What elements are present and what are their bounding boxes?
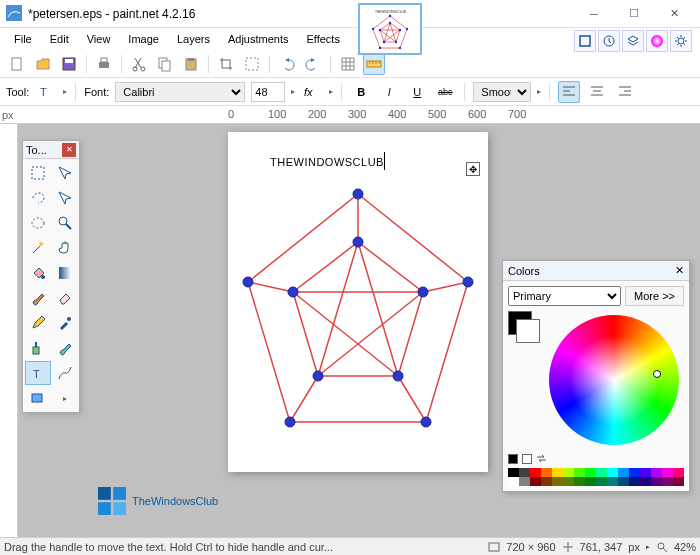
print-button[interactable] (93, 53, 115, 75)
palette-cell[interactable] (541, 477, 552, 486)
canvas[interactable]: THEWINDOWSCLUB ✥ (228, 132, 488, 472)
pan-tool[interactable] (52, 236, 78, 260)
italic-button[interactable]: I (378, 81, 400, 103)
status-zoom[interactable]: 42% (674, 541, 696, 553)
fx-arrow[interactable]: ▸ (329, 87, 333, 96)
font-metrics-button[interactable]: fx (301, 81, 323, 103)
wheel-cursor[interactable] (653, 370, 661, 378)
undo-button[interactable] (276, 53, 298, 75)
palette-cell[interactable] (662, 468, 673, 477)
secondary-swatch[interactable] (516, 319, 540, 343)
palette-cell[interactable] (585, 477, 596, 486)
brush-tool[interactable] (25, 286, 51, 310)
swap-icon[interactable] (536, 453, 547, 464)
palette-cell[interactable] (508, 468, 519, 477)
tools-toggle[interactable] (574, 30, 596, 52)
palette-cell[interactable] (662, 477, 673, 486)
size-arrow[interactable]: ▸ (291, 87, 295, 96)
align-center[interactable] (586, 81, 608, 103)
ruler-button[interactable] (363, 53, 385, 75)
document-thumbnail[interactable]: THEWINDOWSCLUB (358, 3, 422, 55)
cut-button[interactable] (128, 53, 150, 75)
grid-button[interactable] (337, 53, 359, 75)
palette-cell[interactable] (607, 477, 618, 486)
colors-toggle[interactable] (646, 30, 668, 52)
tool-arrow[interactable]: ▸ (63, 87, 67, 96)
layers-toggle[interactable] (622, 30, 644, 52)
maximize-button[interactable]: ☐ (614, 0, 654, 28)
menu-layers[interactable]: Layers (169, 30, 218, 48)
menu-image[interactable]: Image (120, 30, 167, 48)
palette-cell[interactable] (651, 468, 662, 477)
clone-tool[interactable] (25, 336, 51, 360)
lasso-tool[interactable] (25, 186, 51, 210)
palette-cell[interactable] (563, 477, 574, 486)
menu-edit[interactable]: Edit (42, 30, 77, 48)
mini-swatch-black[interactable] (508, 454, 518, 464)
shapes-arrow[interactable]: ▸ (52, 386, 78, 410)
palette-cell[interactable] (673, 468, 684, 477)
colors-window[interactable]: Colors✕ Primary More >> (502, 260, 690, 492)
settings-button[interactable] (670, 30, 692, 52)
status-unit[interactable]: px (628, 541, 640, 553)
menu-adjustments[interactable]: Adjustments (220, 30, 297, 48)
copy-button[interactable] (154, 53, 176, 75)
active-tool-text[interactable]: T (35, 81, 57, 103)
palette-cell[interactable] (596, 477, 607, 486)
magic-wand-tool[interactable] (25, 236, 51, 260)
color-wheel[interactable] (549, 315, 679, 445)
text-tool[interactable]: T (25, 361, 51, 385)
palette-cell[interactable] (629, 468, 640, 477)
palette-cell[interactable] (574, 477, 585, 486)
ellipse-select-tool[interactable] (25, 211, 51, 235)
palette-cell[interactable] (519, 468, 530, 477)
color-palette[interactable] (508, 468, 684, 486)
color-mode-select[interactable]: Primary (508, 286, 621, 306)
eraser-tool[interactable] (52, 286, 78, 310)
palette-cell[interactable] (541, 468, 552, 477)
unit-arrow[interactable]: ▸ (646, 543, 650, 551)
palette-cell[interactable] (607, 468, 618, 477)
palette-cell[interactable] (552, 477, 563, 486)
palette-cell[interactable] (629, 477, 640, 486)
tools-window[interactable]: To...✕ T ▸ (22, 140, 80, 413)
move-selection-tool[interactable] (52, 186, 78, 210)
more-button[interactable]: More >> (625, 286, 684, 306)
tools-close[interactable]: ✕ (62, 143, 76, 157)
open-button[interactable] (32, 53, 54, 75)
rect-select-tool[interactable] (25, 161, 51, 185)
menu-file[interactable]: File (6, 30, 40, 48)
zoom-tool[interactable] (52, 211, 78, 235)
palette-cell[interactable] (552, 468, 563, 477)
bold-button[interactable]: B (350, 81, 372, 103)
crop-button[interactable] (215, 53, 237, 75)
line-tool[interactable] (52, 361, 78, 385)
shapes-tool[interactable] (25, 386, 51, 410)
paste-button[interactable] (180, 53, 202, 75)
aa-arrow[interactable]: ▸ (537, 87, 541, 96)
menu-effects[interactable]: Effects (299, 30, 348, 48)
new-button[interactable] (6, 53, 28, 75)
history-toggle[interactable] (598, 30, 620, 52)
palette-cell[interactable] (618, 468, 629, 477)
recolor-tool[interactable] (52, 336, 78, 360)
move-handle[interactable]: ✥ (466, 162, 480, 176)
antialias-select[interactable]: Smooth (473, 82, 531, 102)
palette-cell[interactable] (574, 468, 585, 477)
redo-button[interactable] (302, 53, 324, 75)
gradient-tool[interactable] (52, 261, 78, 285)
palette-cell[interactable] (596, 468, 607, 477)
palette-cell[interactable] (651, 477, 662, 486)
close-button[interactable]: ✕ (654, 0, 694, 28)
palette-cell[interactable] (530, 477, 541, 486)
minimize-button[interactable]: ─ (574, 0, 614, 28)
colorpicker-tool[interactable] (52, 311, 78, 335)
deselect-button[interactable] (241, 53, 263, 75)
palette-cell[interactable] (530, 468, 541, 477)
palette-cell[interactable] (640, 468, 651, 477)
palette-cell[interactable] (618, 477, 629, 486)
text-layer[interactable]: THEWINDOWSCLUB (270, 150, 488, 171)
pencil-tool[interactable] (25, 311, 51, 335)
save-button[interactable] (58, 53, 80, 75)
font-family-select[interactable]: Calibri (115, 82, 245, 102)
